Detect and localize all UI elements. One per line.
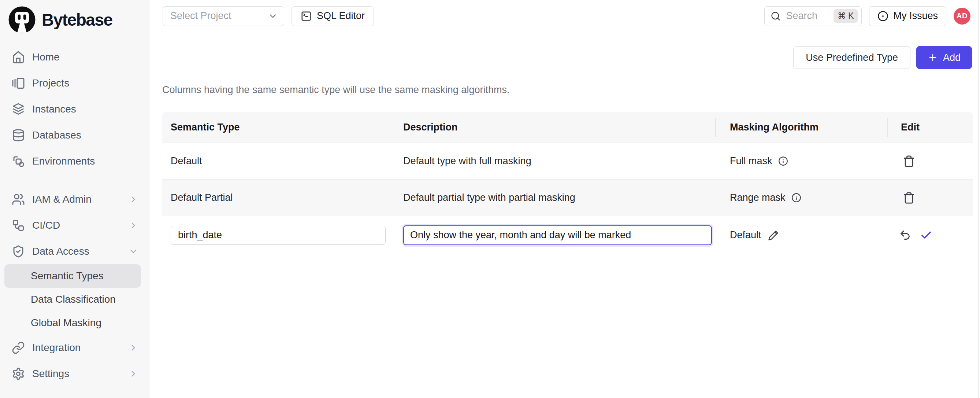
use-predefined-type-button[interactable]: Use Predefined Type [793,46,910,69]
description-cell: Default type with full masking [403,155,715,167]
semantic-type-cell: Default [162,155,403,167]
my-issues-button[interactable]: My Issues [869,6,946,26]
sidebar-item-label: Integration [32,342,81,354]
semantic-type-input[interactable] [171,226,386,245]
sidebar-item-data-access[interactable]: Data Access [0,238,149,264]
description-cell [403,225,715,245]
semantic-types-table: Semantic Type Description Masking Algori… [162,112,973,254]
shield-check-icon [12,245,25,258]
sidebar-item-label: IAM & Admin [32,193,92,205]
column-header-description: Description [403,112,715,142]
table-row: Default Partial Default partial type wit… [162,179,973,216]
masking-algorithm-cell: Range mask [715,192,887,203]
workflow-icon [12,219,25,232]
search-input[interactable]: Search ⌘ K [764,6,862,26]
sidebar-divider [10,180,132,180]
sidebar-item-integration[interactable]: Integration [0,335,149,361]
search-placeholder: Search [786,10,828,22]
chevron-down-icon [129,247,138,256]
brand-name: Bytebase [42,10,113,30]
search-shortcut-badge: ⌘ K [834,9,858,23]
delete-button[interactable] [903,155,915,168]
masking-algorithm-label: Range mask [730,192,786,203]
info-icon[interactable] [791,193,801,203]
masking-algorithm-label: Default [730,229,761,241]
circle-dot-icon [877,11,888,22]
page-description: Columns having the same semantic type wi… [162,84,973,96]
sidebar-item-instances[interactable]: Instances [0,96,149,122]
add-button-label: Add [943,52,961,63]
sidebar-item-label: CI/CD [32,219,60,231]
avatar[interactable]: AD [954,8,970,24]
plus-icon [928,53,938,63]
sidebar-item-label: Home [32,51,60,63]
users-icon [12,193,25,206]
sidebar-item-home[interactable]: Home [0,44,149,70]
semantic-type-cell: Default Partial [162,192,403,203]
link-icon [12,341,25,354]
projects-icon [12,77,25,90]
undo-button[interactable] [899,229,911,241]
description-input[interactable] [403,225,712,245]
chevron-right-icon [129,369,138,379]
table-row-editing: Default [162,216,973,254]
sidebar-item-label: Instances [32,103,76,115]
main-area: Select Project SQL Editor Search ⌘ K [150,0,980,398]
masking-algorithm-cell: Full mask [715,155,887,167]
table-header-row: Semantic Type Description Masking Algori… [162,112,973,142]
sidebar-item-environments[interactable]: Environments [0,148,149,174]
description-cell: Default partial type with partial maskin… [403,192,715,203]
sidebar-subitem-label: Global Masking [31,317,102,329]
project-select[interactable]: Select Project [162,6,284,26]
sidebar-subitem-label: Semantic Types [31,270,103,282]
info-icon[interactable] [778,156,788,166]
sidebar-item-label: Data Access [32,246,89,257]
sql-editor-button[interactable]: SQL Editor [291,6,374,26]
edit-masking-algorithm-button[interactable] [768,230,779,241]
delete-button[interactable] [903,192,915,204]
sidebar-item-label: Environments [32,155,95,167]
sidebar-item-cicd[interactable]: CI/CD [0,212,149,238]
database-icon [12,129,25,142]
sql-editor-label: SQL Editor [317,10,365,22]
edit-cell [887,192,973,204]
chevron-down-icon [268,11,278,21]
sidebar-item-projects[interactable]: Projects [0,70,149,96]
bytebase-logo-icon [8,6,36,34]
use-predefined-type-label: Use Predefined Type [806,52,898,63]
sidebar-item-global-masking[interactable]: Global Masking [5,311,141,335]
brand-logo[interactable]: Bytebase [0,5,149,34]
sidebar-item-data-classification[interactable]: Data Classification [5,288,141,311]
sidebar-subitem-label: Data Classification [31,294,116,305]
search-icon [770,11,781,21]
layers-icon [12,102,25,116]
semantic-types-page: Use Predefined Type Add Columns having t… [150,32,980,398]
edit-cell [887,229,973,241]
sidebar-nav: Home Projects Instances Databases [0,44,149,387]
home-icon [12,51,25,64]
column-header-semantic-type: Semantic Type [162,112,403,142]
chevron-right-icon [129,343,138,353]
terminal-icon [301,11,312,22]
sidebar-item-iam-admin[interactable]: IAM & Admin [0,186,149,212]
sidebar-item-settings[interactable]: Settings [0,361,149,387]
semantic-type-cell [162,226,403,245]
sidebar-item-label: Projects [32,77,69,89]
confirm-button[interactable] [920,229,932,241]
add-button[interactable]: Add [916,46,972,69]
sidebar: Bytebase Home Projects Instances [0,0,150,398]
edit-cell [887,155,973,168]
app-window: Bytebase Home Projects Instances [0,0,980,398]
project-select-placeholder: Select Project [170,10,231,22]
chevron-right-icon [129,221,138,230]
sidebar-item-label: Databases [32,129,81,141]
column-header-edit: Edit [887,112,973,142]
environments-icon [12,155,25,168]
sidebar-item-databases[interactable]: Databases [0,122,149,148]
chevron-right-icon [129,195,138,204]
gear-icon [12,367,25,380]
topbar: Select Project SQL Editor Search ⌘ K [150,0,980,32]
scrollbar-track[interactable] [978,0,980,398]
sidebar-item-semantic-types[interactable]: Semantic Types [5,264,141,288]
table-row: Default Default type with full masking F… [162,142,973,179]
